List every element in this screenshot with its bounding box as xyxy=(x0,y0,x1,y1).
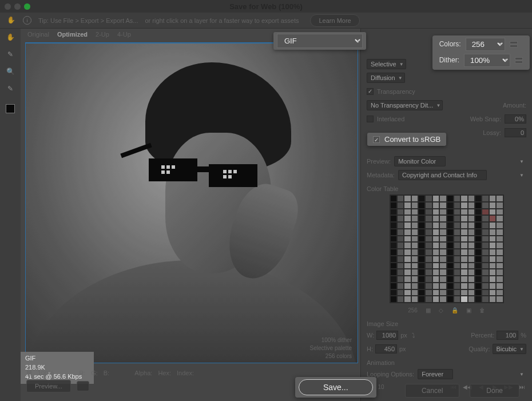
interlaced-label: Interlaced xyxy=(377,116,404,122)
colors-dither-highlight: Colors: 256▼ Dither: 100%▼ xyxy=(432,35,530,70)
preview-mode-select[interactable]: Monitor Color xyxy=(394,156,446,166)
titlebar: Save for Web (100%) xyxy=(0,0,532,13)
format-select[interactable]: GIF xyxy=(277,34,363,48)
quality-select[interactable]: Bicubic xyxy=(493,344,526,354)
preview-info-format: GIF xyxy=(25,354,89,363)
colors-select[interactable]: 256 xyxy=(466,38,505,51)
image-size-label: Image Size xyxy=(367,320,526,327)
tool-column: ✋ ✎ 🔍 ✎ xyxy=(0,29,21,401)
tip-bar: ✋ i Tip: Use File > Export > Export As..… xyxy=(0,13,532,29)
width-field[interactable]: 1080 xyxy=(376,331,398,340)
colors-stepper[interactable] xyxy=(510,41,518,47)
color-table-icon[interactable]: 🔒 xyxy=(451,307,458,313)
hand-tool-icon[interactable]: ✋ xyxy=(7,16,16,25)
eyedropper-color-swatch[interactable] xyxy=(6,104,15,113)
readout-b: B: xyxy=(104,370,109,376)
tab-original[interactable]: Original xyxy=(27,31,49,41)
looping-select[interactable]: Forever xyxy=(418,369,453,379)
close-icon[interactable] xyxy=(5,3,11,10)
animation-section-label: Animation xyxy=(367,359,526,366)
window-controls xyxy=(5,3,30,10)
width-label: W: xyxy=(367,332,374,339)
percent-label: Percent: xyxy=(471,332,494,339)
color-reduction-select[interactable]: Selective xyxy=(367,59,406,69)
color-table-icon[interactable]: ◇ xyxy=(439,307,443,313)
quality-label: Quality: xyxy=(469,346,490,352)
nav-icon[interactable]: ▦ xyxy=(26,369,32,376)
interlaced-checkbox[interactable] xyxy=(367,116,374,122)
preview-meta-dither: 100% dither xyxy=(310,336,352,344)
pixel-sunglasses-graphic xyxy=(149,158,263,187)
link-icon[interactable]: ⤵ xyxy=(412,332,415,339)
tab-2up[interactable]: 2-Up xyxy=(96,31,109,41)
height-label: H: xyxy=(367,346,373,352)
trash-icon[interactable]: 🗑 xyxy=(479,307,485,313)
color-table-label: Color Table xyxy=(367,185,526,192)
slice-tool-icon[interactable]: ✎ xyxy=(5,49,15,59)
minimize-icon[interactable] xyxy=(14,3,21,10)
amount-label: Amount: xyxy=(503,102,526,109)
save-button[interactable]: Save... xyxy=(299,379,373,395)
preview-image xyxy=(26,43,358,363)
transparency-checkbox[interactable] xyxy=(367,88,374,95)
readout-hex: Hex: xyxy=(158,370,171,376)
cancel-button[interactable]: Cancel xyxy=(405,384,459,398)
color-table-count: 256 xyxy=(408,307,418,313)
dither-stepper[interactable] xyxy=(515,57,523,63)
metadata-select[interactable]: Copyright and Contact Info xyxy=(398,170,487,180)
colors-label: Colors: xyxy=(439,40,461,48)
format-select-highlight: GIF ▼ xyxy=(273,32,366,50)
transparency-label: Transparency xyxy=(377,88,415,95)
learn-more-button[interactable]: Learn More xyxy=(310,14,359,27)
dither-select[interactable]: 100% xyxy=(464,54,510,67)
color-table[interactable] xyxy=(390,194,504,303)
zoom-tool-icon[interactable]: 🔍 xyxy=(5,66,15,77)
zoom-select[interactable]: 100% xyxy=(38,370,54,376)
preview-mode-label: Preview: xyxy=(367,158,391,165)
metadata-label: Metadata: xyxy=(367,172,395,178)
convert-srgb-checkbox[interactable] xyxy=(373,136,380,143)
lossy-field[interactable]: 0 xyxy=(505,128,526,137)
tip-text-2: or right click on a layer for a faster w… xyxy=(145,17,299,24)
info-icon: i xyxy=(23,16,31,25)
convert-srgb-label: Convert to sRGB xyxy=(384,135,440,144)
chevron-down-icon: ▼ xyxy=(519,159,524,164)
height-field[interactable]: 450 xyxy=(375,344,397,354)
readout-r: R: xyxy=(79,370,85,376)
lossy-label: Lossy: xyxy=(483,129,501,136)
web-snap-field[interactable]: 0% xyxy=(505,114,526,124)
dither-label: Dither: xyxy=(439,56,459,64)
percent-unit: % xyxy=(521,332,526,339)
convert-srgb-highlight: Convert to sRGB xyxy=(367,133,446,146)
percent-field[interactable]: 100 xyxy=(497,331,518,340)
web-snap-label: Web Snap: xyxy=(470,116,501,122)
unit-px: px xyxy=(399,346,406,352)
hand-tool-icon[interactable]: ✋ xyxy=(5,32,15,42)
preview-canvas[interactable]: 100% dither Selective palette 256 colors xyxy=(25,42,358,363)
footer-buttons: Cancel Done xyxy=(0,384,532,398)
done-button[interactable]: Done xyxy=(470,384,519,398)
save-button-highlight: Save... xyxy=(295,377,376,398)
readout-index: Index: xyxy=(177,370,194,376)
preview-meta: 100% dither Selective palette 256 colors xyxy=(310,336,352,360)
chevron-down-icon: ▼ xyxy=(519,372,524,377)
zoom-icon[interactable] xyxy=(24,3,30,10)
tab-optimized[interactable]: Optimized xyxy=(57,31,88,41)
tab-4up[interactable]: 4-Up xyxy=(117,31,131,41)
eyedropper-icon[interactable]: ✎ xyxy=(5,84,15,94)
settings-panel: Preset: ≡ Selective▼ Diffusion▼ Transpar… xyxy=(360,29,532,401)
color-table-icon[interactable]: ▦ xyxy=(426,307,431,313)
transparency-dither-select[interactable]: No Transparency Dit... xyxy=(367,100,443,110)
color-table-icon[interactable]: ▣ xyxy=(466,307,471,313)
readout-g: G: xyxy=(91,370,98,376)
readout-alpha: Alpha: xyxy=(134,370,152,376)
unit-px: px xyxy=(400,332,407,339)
preview-meta-palette: Selective palette xyxy=(310,344,352,352)
dither-method-select[interactable]: Diffusion xyxy=(367,73,405,83)
window-title: Save for Web (100%) xyxy=(229,2,303,11)
chevron-down-icon: ▼ xyxy=(519,173,524,178)
preview-meta-colors: 256 colors xyxy=(310,352,352,360)
tip-text-1: Tip: Use File > Export > Export As... xyxy=(38,17,138,24)
